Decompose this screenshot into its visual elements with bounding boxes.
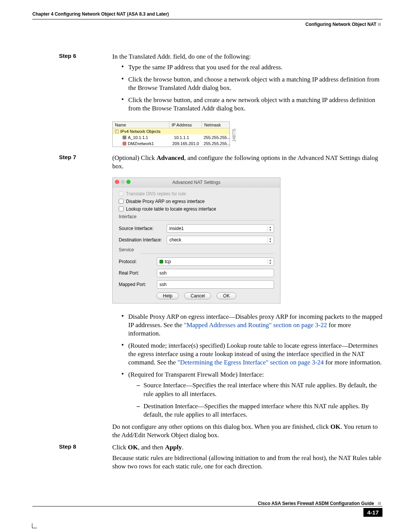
dns-label: Translate DNS replies for rule [126, 191, 186, 197]
browse-row-2[interactable]: DMZnetwork1 209.165.201.0 255.255.255... [113, 141, 229, 147]
map-row: Mapped Port: ssh [119, 280, 274, 289]
step-7-label: Step 7 [59, 154, 112, 160]
header-rule [32, 19, 382, 19]
network-icon [123, 142, 126, 145]
footer-guide-text: Cisco ASA Series Firewall ASDM Configura… [258, 501, 374, 506]
iface-group: Interface [119, 214, 274, 219]
zoom-icon[interactable] [126, 180, 131, 184]
link-mapped-addresses[interactable]: "Mapped Addresses and Routing" section o… [184, 321, 327, 329]
minimize-icon[interactable] [121, 180, 125, 184]
proto-select[interactable]: tcp ▴▾ [157, 257, 274, 266]
browse-dialog: 248775 Name IP Address Netmask IPv4 Netw… [112, 121, 230, 147]
s8-t2: , and then [138, 444, 165, 451]
ok-button[interactable]: OK [217, 292, 236, 299]
crop-mark-icon [32, 523, 37, 528]
figure-id-label: 248775 [232, 129, 236, 141]
nat-title-text: Advanced NAT Settings [113, 180, 280, 185]
s7-bold: Advanced [156, 154, 184, 161]
dns-check: Translate DNS replies for rule [119, 191, 274, 197]
nat-dialog: Advanced NAT Settings Translate DNS repl… [112, 177, 280, 304]
link-egress-interface[interactable]: "Determining the Egress Interface" secti… [177, 359, 323, 366]
section-right: Configuring Network Object NAT [32, 22, 382, 28]
browse-row-1[interactable]: A_10.1.1.1 10.1.1.1 255.255.255... [113, 134, 229, 141]
chevron-updown-icon: ▴▾ [268, 225, 271, 232]
nat-end-a: Do not configure any other options on th… [112, 423, 330, 430]
src-label: Source Interface: [119, 226, 167, 231]
map-value: ssh [159, 282, 167, 287]
r2-mask: 255.255.255... [201, 141, 229, 147]
step-6-bullet-3: Click the browse button, and create a ne… [121, 96, 382, 113]
nat-b3-text: (Required for Transparent Firewall Mode)… [128, 371, 264, 378]
lookup-label: Lookup route table to locate egress inte… [126, 206, 216, 212]
dst-select[interactable]: check ▴▾ [167, 236, 274, 244]
help-button[interactable]: Help [156, 292, 179, 299]
page: Chapter 4 Configuring Network Object NAT… [0, 0, 411, 532]
col-name-header[interactable]: Name [113, 122, 169, 128]
proxy-check[interactable]: Disable Proxy ARP on egress interface [119, 199, 274, 204]
lookup-checkbox[interactable] [119, 206, 124, 211]
browse-header: Name IP Address Netmask [113, 122, 229, 128]
host-icon [123, 136, 126, 139]
s8-b1: OK [128, 444, 138, 451]
proto-row: Protocol: tcp ▴▾ [119, 257, 274, 266]
proto-value: tcp [165, 259, 171, 264]
nat-b2b: for more information. [324, 359, 382, 366]
nat-d1: Source Interface—Specifies the real inte… [137, 381, 382, 398]
nat-d2: Destination Interface—Specifies the mapp… [137, 402, 382, 419]
src-value: inside1 [169, 226, 184, 231]
col-mask-header[interactable]: Netmask [202, 122, 229, 128]
step-8-label: Step 8 [59, 443, 112, 450]
real-input[interactable]: ssh [157, 269, 274, 277]
footer: Cisco ASA Series Firewall ASDM Configura… [32, 501, 382, 517]
browse-dialog-figure: 248775 Name IP Address Netmask IPv4 Netw… [112, 121, 382, 147]
dst-row: Destination Interface: check ▴▾ [119, 236, 274, 244]
r1-mask: 255.255.255... [201, 134, 229, 141]
close-icon[interactable] [115, 180, 119, 184]
map-input[interactable]: ssh [157, 280, 274, 289]
proto-label: Protocol: [119, 259, 157, 264]
s7-t1: (Optional) Click [112, 154, 156, 161]
section-text: Configuring Network Object NAT [306, 22, 376, 27]
nat-b1: Disable Proxy ARP on egress interface—Di… [121, 313, 382, 338]
real-value: ssh [159, 270, 167, 276]
step-6: Step 6 In the Translated Addr. field, do… [32, 53, 382, 117]
step-7: Step 7 (Optional) Click Advanced, and co… [32, 154, 382, 173]
iface-rule [141, 220, 274, 220]
step-7-text: (Optional) Click Advanced, and configure… [112, 154, 382, 171]
browse-group-row[interactable]: IPv4 Network Objects [113, 128, 229, 134]
dns-checkbox [119, 191, 124, 196]
cancel-button[interactable]: Cancel [184, 292, 211, 299]
nat-end: Do not configure any other options on th… [112, 423, 382, 439]
step-6-intro: In the Translated Addr. field, do one of… [112, 53, 382, 61]
step-6-bullets: Type the same IP address that you used f… [121, 63, 382, 113]
tree-collapse-icon[interactable] [115, 129, 119, 133]
col-ip-header[interactable]: IP Address [169, 122, 202, 128]
step-8-p2: Because static rules are bidirectional (… [112, 454, 382, 471]
nat-title-bar: Advanced NAT Settings [113, 178, 280, 187]
nat-b3: (Required for Transparent Firewall Mode)… [121, 371, 382, 419]
group-label: IPv4 Network Objects [120, 129, 161, 134]
r2-name: DMZnetwork1 [128, 141, 154, 146]
s8-t1: Click [112, 444, 128, 451]
nat-bullets: Disable Proxy ARP on egress interface—Di… [121, 313, 382, 419]
page-number: 4-17 [363, 508, 382, 517]
proxy-label: Disable Proxy ARP on egress interface [126, 199, 205, 204]
footer-marker-icon [378, 502, 381, 505]
nat-dialog-figure: Advanced NAT Settings Translate DNS repl… [112, 177, 382, 304]
r2-ip: 209.165.201.0 [170, 141, 201, 147]
chapter-line: Chapter 4 Configuring Network Object NAT… [32, 11, 382, 18]
step-8-text: Click OK, and then Apply. [112, 443, 382, 452]
step-8: Step 8 Click OK, and then Apply. Because… [32, 443, 382, 473]
step-6-body: In the Translated Addr. field, do one of… [112, 53, 382, 117]
chevron-updown-icon: ▴▾ [268, 259, 271, 265]
chevron-updown-icon: ▴▾ [268, 237, 271, 243]
src-select[interactable]: inside1 ▴▾ [167, 224, 274, 233]
r1-name: A_10.1.1.1 [128, 135, 148, 140]
proxy-checkbox[interactable] [119, 199, 124, 204]
s8-t3: . [182, 444, 183, 451]
step-7-continued-body: Disable Proxy ARP on egress interface—Di… [112, 310, 382, 442]
step-6-bullet-1: Type the same IP address that you used f… [121, 63, 382, 72]
lookup-check[interactable]: Lookup route table to locate egress inte… [119, 206, 274, 212]
svc-group: Service [119, 247, 274, 252]
real-label: Real Port: [119, 270, 157, 276]
